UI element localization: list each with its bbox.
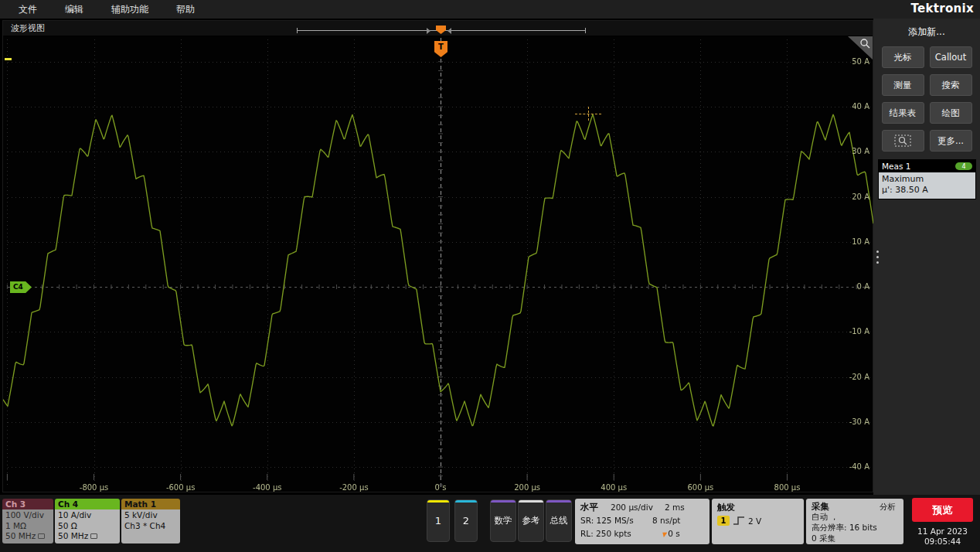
horizontal-badge[interactable]: 水平 200 µs/div 2 ms SR: 125 MS/s 8 ns/pt … — [575, 499, 709, 544]
x-axis-label: 0 s — [435, 483, 447, 492]
add-channel1-label: 1 — [435, 515, 441, 526]
horizontal-scale: 200 µs/div — [611, 503, 653, 512]
minimap-left-handle[interactable] — [427, 28, 430, 34]
math1-badge[interactable]: Math 1 5 kV/div Ch3 * Ch4 — [121, 499, 180, 543]
horizontal-title: 水平 — [580, 502, 598, 513]
x-axis-label: 600 µs — [687, 483, 713, 492]
horizontal-window: 2 ms — [665, 503, 685, 512]
add-bus-label: 总线 — [550, 515, 568, 526]
date-label: 11 Apr 2023 — [912, 526, 973, 537]
meas1-body: Maximum µ': 38.50 A — [879, 172, 975, 199]
results-bar: 添加新... 光标 Callout 测量 搜索 结果表 绘图 更多... Mea… — [873, 19, 980, 495]
channel4-badge[interactable]: Ch 4 10 A/div 50 Ω 50 MHz — [55, 499, 120, 543]
channel3-scale: 100 V/div — [5, 510, 53, 521]
add-ref-label: 参考 — [522, 515, 540, 526]
channel3-impedance: 1 MΩ — [5, 521, 53, 532]
channel3-bandwidth: 50 MHz — [5, 531, 36, 540]
acquisition-mode: 自动 ， — [812, 512, 839, 523]
more-button[interactable]: 更多... — [930, 130, 972, 152]
date-time: 11 Apr 2023 09:05:44 — [912, 526, 973, 547]
waveform-plot[interactable] — [3, 36, 874, 493]
math-offscreen-indicator — [5, 58, 12, 60]
channel4-bandwidth: 50 MHz — [58, 531, 88, 540]
menu-bar: 文件 编辑 辅助功能 帮助 Tektronix — [0, 0, 980, 19]
acquisition-title: 采集 — [812, 501, 829, 513]
channel1-color-strip — [427, 500, 449, 503]
minimap-right-tick — [585, 28, 586, 33]
add-ref-button[interactable]: 参考 — [518, 499, 544, 542]
math1-expression: Ch3 * Ch4 — [124, 521, 180, 532]
add-channel2-label: 2 — [463, 515, 469, 526]
bandwidth-limit-icon — [38, 533, 45, 539]
search-button[interactable]: 搜索 — [930, 74, 972, 96]
x-axis-label: -600 µs — [166, 483, 195, 492]
trigger-badge[interactable]: 触发 1 2 V — [712, 499, 804, 544]
zoom-region-button[interactable] — [882, 130, 924, 152]
cursors-button[interactable]: 光标 — [882, 46, 924, 68]
ref-color-strip — [519, 500, 543, 503]
magnifier-region-icon — [894, 135, 911, 147]
max-measurement-annotation-tick — [588, 107, 589, 121]
channel3-badge[interactable]: Ch 3 100 V/div 1 MΩ 50 MHz — [2, 499, 53, 543]
results-table-button[interactable]: 结果表 — [882, 102, 924, 124]
y-axis-label: -20 A — [849, 373, 869, 381]
trigger-source-badge: 1 — [717, 516, 730, 526]
y-axis-label: -40 A — [849, 462, 869, 471]
y-axis-label: 30 A — [852, 147, 869, 155]
add-channel1-button[interactable]: 1 — [427, 499, 450, 542]
y-axis-label: 10 A — [852, 237, 869, 246]
y-axis-label: 20 A — [852, 193, 869, 201]
y-axis-label: 0 A — [857, 282, 869, 291]
add-math-label: 数学 — [495, 515, 512, 526]
acquisition-badge[interactable]: 采集 分析 自动 ， 高分辨率: 16 bits 0 采集 — [806, 499, 903, 544]
acquisition-count: 0 采集 — [812, 533, 835, 544]
horizontal-sample-rate: SR: 125 MS/s — [580, 516, 634, 525]
drawer-handle[interactable] — [876, 250, 879, 264]
waveform-view-title: 波形视图 — [11, 23, 45, 33]
channel4-impedance: 50 Ω — [58, 521, 120, 532]
plot-button[interactable]: 绘图 — [930, 102, 972, 124]
x-axis-label: -200 µs — [339, 483, 368, 492]
tektronix-logo: Tektronix — [911, 2, 974, 15]
bus-color-strip — [546, 500, 571, 503]
acquisition-detail: 高分辨率: 16 bits — [812, 523, 877, 533]
time-label: 09:05:44 — [912, 537, 973, 547]
x-axis-label: -400 µs — [253, 483, 281, 492]
trigger-position-icon: ▼ — [662, 531, 666, 538]
add-channel2-button[interactable]: 2 — [454, 499, 478, 542]
measure-button[interactable]: 测量 — [882, 74, 924, 96]
channel4-scale: 10 A/div — [58, 510, 120, 521]
meas1-value: µ': 38.50 A — [882, 185, 972, 196]
add-new-label: 添加新... — [873, 19, 980, 39]
bandwidth-limit-icon — [90, 533, 97, 539]
analyze-label[interactable]: 分析 — [880, 502, 896, 513]
x-axis-label: 800 µs — [774, 483, 801, 492]
minimap-right-handle[interactable] — [447, 28, 451, 34]
horizontal-record-length: RL: 250 kpts — [580, 529, 631, 538]
add-bus-button[interactable]: 总线 — [546, 499, 572, 542]
preview-button[interactable]: 预览 — [912, 498, 973, 522]
menu-file[interactable]: 文件 — [19, 3, 37, 16]
math-color-strip — [491, 500, 516, 503]
menu-edit[interactable]: 编辑 — [65, 3, 83, 16]
horizontal-sample-interval: 8 ns/pt — [652, 516, 680, 525]
add-math-button[interactable]: 数学 — [490, 499, 516, 542]
menu-utility[interactable]: 辅助功能 — [111, 3, 148, 16]
channel2-color-strip — [455, 500, 477, 503]
channel3-name: Ch 3 — [2, 499, 53, 509]
meas1-header: Meas 1 4 — [879, 160, 975, 172]
y-axis-label: 40 A — [852, 102, 869, 111]
callout-button[interactable]: Callout — [930, 46, 972, 68]
trigger-title: 触发 — [717, 502, 735, 513]
x-axis-label: 200 µs — [514, 483, 540, 492]
rising-edge-icon — [733, 515, 745, 526]
horizontal-position: ▼0 s — [662, 529, 680, 538]
trigger-level: 2 V — [748, 516, 761, 526]
y-axis-label: 50 A — [852, 57, 869, 66]
x-axis-label: 400 µs — [601, 483, 627, 492]
math1-name: Math 1 — [121, 499, 180, 509]
meas1-results-badge[interactable]: Meas 1 4 Maximum µ': 38.50 A — [878, 159, 976, 199]
x-axis-label: -800 µs — [80, 483, 108, 492]
y-axis-label: -10 A — [849, 327, 869, 336]
menu-help[interactable]: 帮助 — [176, 3, 195, 16]
